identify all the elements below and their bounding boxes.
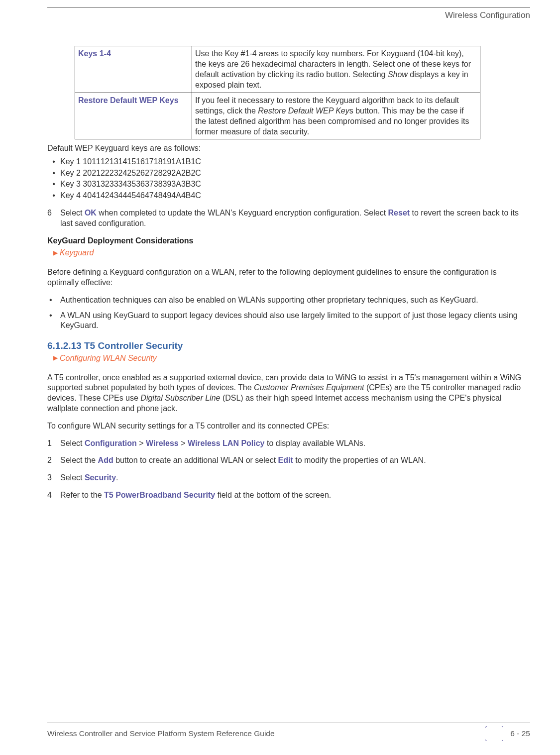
text-italic: Digital Subscriber Line	[140, 394, 220, 402]
triangle-icon: ▶	[53, 249, 58, 257]
breadcrumb: ▶ Configuring WLAN Security	[53, 353, 530, 364]
table-row: Restore Default WEP Keys If you feel it …	[75, 93, 480, 139]
ui-term: Configuration	[85, 439, 137, 447]
list-item: 1 Select Configuration > Wireless > Wire…	[47, 438, 530, 449]
text: .	[116, 473, 118, 482]
ui-term: Wireless LAN Policy	[188, 439, 265, 447]
ui-term: Wireless	[146, 439, 179, 447]
defaults-intro-text: Default WEP Keyguard keys are as follows…	[47, 143, 530, 154]
bullet-icon: •	[47, 295, 60, 306]
list-item: •Key 4 404142434445464748494A4B4C	[47, 191, 530, 201]
param-desc: If you feel it necessary to restore the …	[192, 93, 480, 139]
text: Select	[60, 439, 85, 447]
step-text: Select OK when completed to update the W…	[60, 208, 530, 229]
list-item: • A WLAN using KeyGuard to support legac…	[47, 311, 530, 331]
keyguard-bullets: •Authentication techniques can also be e…	[47, 295, 530, 331]
bullet-text: Authentication techniques can also be en…	[60, 295, 530, 306]
triangle-icon: ▶	[53, 354, 58, 362]
bullet-icon: •	[47, 157, 60, 167]
list-item: 3 Select Security.	[47, 473, 530, 483]
footer-left-text: Wireless Controller and Service Platform…	[47, 729, 275, 739]
text: field at the bottom of the screen.	[215, 491, 331, 499]
step-text: Select Configuration > Wireless > Wirele…	[60, 438, 530, 449]
ui-term: OK	[85, 209, 97, 217]
param-label: Keys 1-4	[75, 46, 192, 93]
step-number: 6	[47, 208, 60, 229]
text: button to create an additional WLAN or s…	[113, 456, 278, 464]
footer-decor-icon	[485, 726, 503, 741]
t5-section-heading: 6.1.2.13 T5 Controller Security	[47, 340, 530, 352]
list-item: 4 Refer to the T5 PowerBroadband Securit…	[47, 490, 530, 501]
ui-term: T5 PowerBroadband Security	[104, 491, 215, 499]
list-item: •Key 3 303132333435363738393A3B3C	[47, 179, 530, 190]
text: >	[179, 439, 188, 447]
ui-term: Security	[85, 473, 116, 482]
text: when completed to update the WLAN's Keyg…	[97, 209, 388, 217]
key-text: Key 1 101112131415161718191A1B1C	[60, 157, 201, 166]
list-item: 2 Select the Add button to create an add…	[47, 455, 530, 466]
step-number: 1	[47, 438, 60, 449]
key-text: Key 2 202122232425262728292A2B2C	[60, 169, 201, 177]
list-item: •Key 2 202122232425262728292A2B2C	[47, 168, 530, 179]
text-italic: Show	[388, 70, 408, 79]
bullet-icon: •	[47, 311, 60, 331]
text: to display available WLANs.	[265, 439, 366, 447]
step-number: 2	[47, 455, 60, 466]
text: Refer to the	[60, 491, 104, 499]
default-keys-list: •Key 1 101112131415161718191A1B1C •Key 2…	[47, 157, 530, 201]
list-item: •Authentication techniques can also be e…	[47, 295, 530, 306]
header-section-title: Wireless Configuration	[47, 10, 530, 21]
keyguard-intro-text: Before defining a Keyguard configuration…	[47, 267, 530, 288]
text: Select the	[60, 456, 98, 464]
param-label: Restore Default WEP Keys	[75, 93, 192, 139]
key-text: Key 4 404142434445464748494A4B4C	[60, 191, 201, 200]
list-item: •Key 1 101112131415161718191A1B1C	[47, 157, 530, 167]
text-italic: Restore Default WEP Key	[258, 107, 349, 115]
param-desc: Use the Key #1-4 areas to specify key nu…	[192, 46, 480, 93]
parameter-table: Keys 1-4 Use the Key #1-4 areas to speci…	[75, 46, 480, 139]
step-text: Select the Add button to create an addit…	[60, 455, 530, 466]
breadcrumb-text: Configuring WLAN Security	[60, 353, 157, 364]
bullet-icon: •	[47, 179, 60, 190]
step-number: 3	[47, 473, 60, 483]
ui-term: Add	[98, 456, 113, 464]
key-text: Key 3 303132333435363738393A3B3C	[60, 180, 201, 188]
footer-page-number: 6 - 25	[510, 729, 530, 739]
breadcrumb: ▶ Keyguard	[53, 248, 530, 258]
keyguard-subheading: KeyGuard Deployment Considerations	[47, 236, 530, 246]
step-number: 4	[47, 490, 60, 501]
step-text: Refer to the T5 PowerBroadband Security …	[60, 490, 530, 501]
bullet-icon: •	[47, 191, 60, 201]
list-item: 6 Select OK when completed to update the…	[47, 208, 530, 229]
footer-rule	[47, 723, 530, 723]
text: >	[137, 439, 146, 447]
t5-intro2-text: To configure WLAN security settings for …	[47, 421, 530, 431]
bullet-text: A WLAN using KeyGuard to support legacy …	[60, 311, 530, 331]
breadcrumb-text: Keyguard	[60, 248, 94, 258]
page-footer: Wireless Controller and Service Platform…	[0, 723, 560, 741]
text: Select	[60, 209, 85, 217]
ui-term: Edit	[278, 456, 293, 464]
bullet-icon: •	[47, 168, 60, 179]
text-italic: Customer Premises Equipment	[254, 383, 364, 392]
text: Select	[60, 473, 85, 482]
t5-steps: 1 Select Configuration > Wireless > Wire…	[47, 438, 530, 501]
ui-term: Reset	[388, 209, 410, 217]
text: to modify the properties of an WLAN.	[293, 456, 426, 464]
step-text: Select Security.	[60, 473, 530, 483]
t5-paragraph: A T5 controller, once enabled as a suppo…	[47, 373, 530, 414]
step-6-list: 6 Select OK when completed to update the…	[47, 208, 530, 229]
table-row: Keys 1-4 Use the Key #1-4 areas to speci…	[75, 46, 480, 93]
header-rule	[47, 7, 530, 8]
